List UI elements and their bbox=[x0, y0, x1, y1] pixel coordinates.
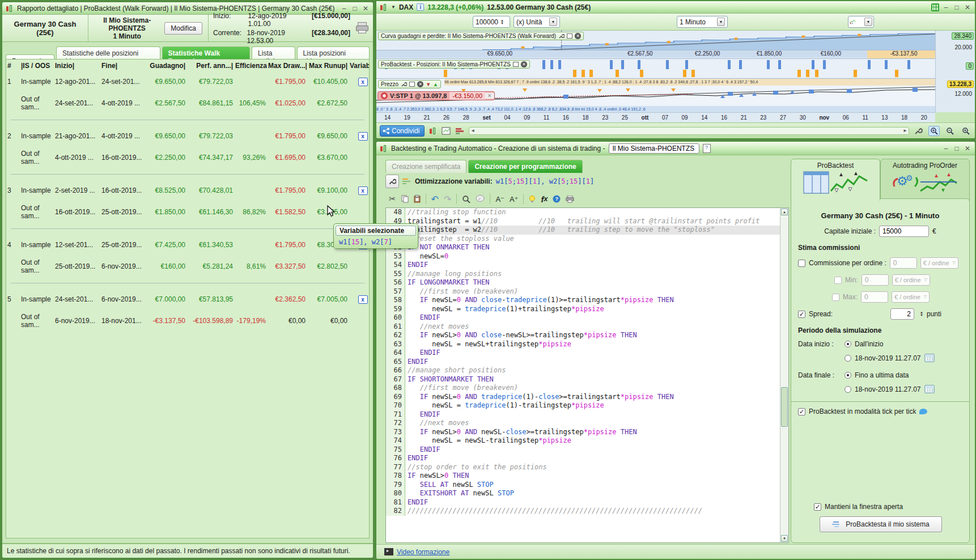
scroll-thumb[interactable] bbox=[781, 387, 788, 427]
keep-open-checkbox[interactable]: ✓ bbox=[814, 503, 821, 511]
code-line[interactable]: 71 ENDIF bbox=[386, 410, 780, 419]
spread-checkbox[interactable]: ✓ bbox=[798, 311, 805, 318]
code-line[interactable]: 54ENDIF bbox=[386, 261, 780, 270]
scroll-up-icon[interactable]: ▲ bbox=[781, 209, 788, 215]
chart-area[interactable]: Curva guadagni e perdite: Il Mio Sistema… bbox=[376, 31, 975, 112]
close-icon[interactable]: ✕ bbox=[417, 81, 423, 87]
code-line[interactable]: 70 newSL = tradeprice(1)-trailingstep*pi… bbox=[386, 401, 780, 410]
backtesting-titlebar[interactable]: Backtesting e Trading Automatico - Creaz… bbox=[376, 142, 975, 155]
code-line[interactable]: 56IF LONGONMARKET THEN bbox=[386, 278, 780, 287]
badge-close-icon[interactable]: ✕ bbox=[485, 93, 494, 99]
cut-icon[interactable]: ✂ bbox=[389, 194, 396, 204]
start-date-radio[interactable] bbox=[845, 355, 851, 362]
sell-arrow-icon[interactable]: ▼ bbox=[426, 82, 431, 87]
code-line[interactable]: 57 //first move (breakeven) bbox=[386, 287, 780, 296]
variables-icon[interactable]: x bbox=[358, 132, 368, 141]
variables-icon[interactable]: x bbox=[358, 186, 368, 195]
code-line[interactable]: 53 newSL=0 bbox=[386, 252, 780, 261]
code-line[interactable]: 78IF newSL>0 THEN bbox=[386, 472, 780, 481]
code-line[interactable]: 81ENDIF bbox=[386, 498, 780, 507]
calendar-icon[interactable] bbox=[924, 385, 935, 393]
chevron-down-icon[interactable]: ▼ bbox=[864, 18, 872, 26]
code-line[interactable]: 52IF NOT ONMARKET THEN bbox=[386, 243, 780, 252]
indicators-button[interactable]: ▼ bbox=[848, 16, 874, 28]
end-date-radio[interactable] bbox=[845, 386, 851, 393]
run-backtest-button[interactable]: ProBacktesta il mio sistema bbox=[820, 516, 942, 532]
tab-autotrading[interactable]: Autotrading ProOrder ⚙⚙ bbox=[880, 159, 970, 201]
optimization-variables[interactable]: w1[5;15][1], w2[5;15][1] bbox=[496, 177, 595, 185]
tab-creazione-semplificata[interactable]: Creazione semplificata bbox=[385, 160, 466, 173]
code-line[interactable]: 63 newSL = newSL+trailingstep*pipsize bbox=[386, 340, 780, 349]
drawing-tools-icon[interactable] bbox=[914, 126, 924, 135]
code-line[interactable]: 48//trailing stop function bbox=[386, 208, 780, 217]
code-line[interactable]: 80 EXITSHORT AT newSL STOP bbox=[386, 489, 780, 498]
zoom-in-icon[interactable] bbox=[960, 126, 971, 136]
code-line[interactable]: 49trailingstart = w1//10 //10 trailing w… bbox=[386, 217, 780, 226]
code-line[interactable]: 79 SELL AT newSL STOP bbox=[386, 481, 780, 490]
tab-creazione-per-programmazione[interactable]: Creazione per programmazione bbox=[468, 160, 582, 173]
doc-help-icon[interactable]: ? bbox=[703, 144, 711, 153]
code-line[interactable]: 69 IF newSL=0 AND tradeprice(1)-close>=t… bbox=[386, 393, 780, 402]
horizontal-scrollbar[interactable]: ◄► bbox=[469, 127, 909, 135]
system-name-input[interactable] bbox=[609, 143, 699, 154]
spinner-arrows-icon[interactable]: ▲▼ bbox=[920, 311, 923, 317]
code-line[interactable]: 67IF SHORTONMARKET THEN bbox=[386, 375, 780, 384]
wrench-button[interactable] bbox=[385, 175, 399, 188]
modifica-button[interactable]: Modifica bbox=[164, 22, 202, 35]
code-line[interactable]: 62 IF newSL>0 AND close-newSL>=trailings… bbox=[386, 331, 780, 340]
copy-icon[interactable] bbox=[401, 195, 409, 203]
close-icon[interactable]: ✕ bbox=[521, 61, 527, 67]
wrench-icon[interactable] bbox=[558, 33, 565, 39]
help-icon[interactable]: ? bbox=[553, 195, 561, 203]
max-checkbox[interactable] bbox=[832, 294, 839, 301]
code-line[interactable]: 55//manage long positions bbox=[386, 270, 780, 279]
wrench-icon[interactable] bbox=[401, 81, 407, 87]
calendar-icon[interactable] bbox=[924, 354, 935, 362]
minimize-button[interactable]: – bbox=[340, 5, 348, 12]
end-until-last-radio[interactable] bbox=[845, 372, 851, 379]
minimize-button[interactable]: – bbox=[942, 145, 950, 152]
code-line[interactable]: 64 ENDIF bbox=[386, 349, 780, 358]
symbol-dropdown-icon[interactable]: ▼ bbox=[391, 5, 396, 10]
font-decrease-icon[interactable]: A⁻ bbox=[495, 195, 504, 203]
objects-list-icon[interactable] bbox=[455, 127, 464, 135]
stop-order-badge[interactable]: ✱V:STP 1 @ 13.097,8 -€3.150,00 ✕ bbox=[377, 91, 495, 100]
min-input[interactable] bbox=[862, 274, 889, 286]
print-icon[interactable] bbox=[355, 22, 370, 35]
max-unit-select[interactable]: € / ordine▽ bbox=[892, 291, 930, 303]
zoom-auto-icon[interactable] bbox=[928, 126, 940, 136]
lightbulb-icon[interactable] bbox=[529, 195, 536, 203]
font-increase-icon[interactable]: A⁺ bbox=[510, 195, 519, 203]
close-button[interactable]: ✕ bbox=[362, 5, 370, 12]
detach-icon[interactable] bbox=[513, 62, 519, 67]
code-scrollbar[interactable]: ▲ ▼ bbox=[780, 208, 788, 542]
tick-mode-checkbox[interactable]: ✓ bbox=[798, 408, 805, 415]
chart-settings-icon[interactable] bbox=[442, 127, 451, 135]
chevron-down-icon[interactable]: ▼ bbox=[549, 18, 557, 26]
zoom-out-icon[interactable] bbox=[944, 126, 956, 136]
min-checkbox[interactable] bbox=[834, 277, 842, 284]
code-line[interactable]: 82//////////////////////////////////////… bbox=[386, 507, 780, 516]
unit-select[interactable]: (x) Unità▼ bbox=[514, 16, 560, 28]
workspace-grid-icon[interactable] bbox=[931, 3, 939, 11]
redo-icon[interactable]: ↷ bbox=[444, 194, 451, 205]
undo-icon[interactable]: ↶ bbox=[431, 194, 439, 205]
close-button[interactable]: ✕ bbox=[964, 3, 971, 11]
commission-checkbox[interactable] bbox=[798, 260, 805, 267]
commission-unit-select[interactable]: € / ordine▽ bbox=[920, 257, 958, 269]
spinner-arrows-icon[interactable]: ▲▼ bbox=[500, 19, 504, 25]
start-from-beginning-radio[interactable] bbox=[845, 341, 851, 347]
buy-arrow-icon[interactable]: ▲ bbox=[433, 82, 438, 87]
share-button[interactable]: Condividi bbox=[380, 125, 425, 137]
detach-icon[interactable] bbox=[409, 82, 415, 87]
capital-input[interactable] bbox=[879, 226, 929, 237]
minimize-button[interactable]: – bbox=[942, 3, 950, 11]
code-line[interactable]: 73 IF newSL>0 AND newSL-close>=trailings… bbox=[386, 428, 780, 437]
video-link[interactable]: Video formazione bbox=[397, 548, 449, 556]
variables-icon[interactable]: x bbox=[358, 295, 368, 304]
code-line[interactable]: 66//manage short positions bbox=[386, 366, 780, 375]
scroll-right-icon[interactable]: ► bbox=[903, 128, 907, 133]
maximize-button[interactable]: □ bbox=[953, 3, 961, 11]
close-icon[interactable]: ✕ bbox=[575, 33, 581, 39]
code-line[interactable]: 75 ENDIF bbox=[386, 446, 780, 455]
